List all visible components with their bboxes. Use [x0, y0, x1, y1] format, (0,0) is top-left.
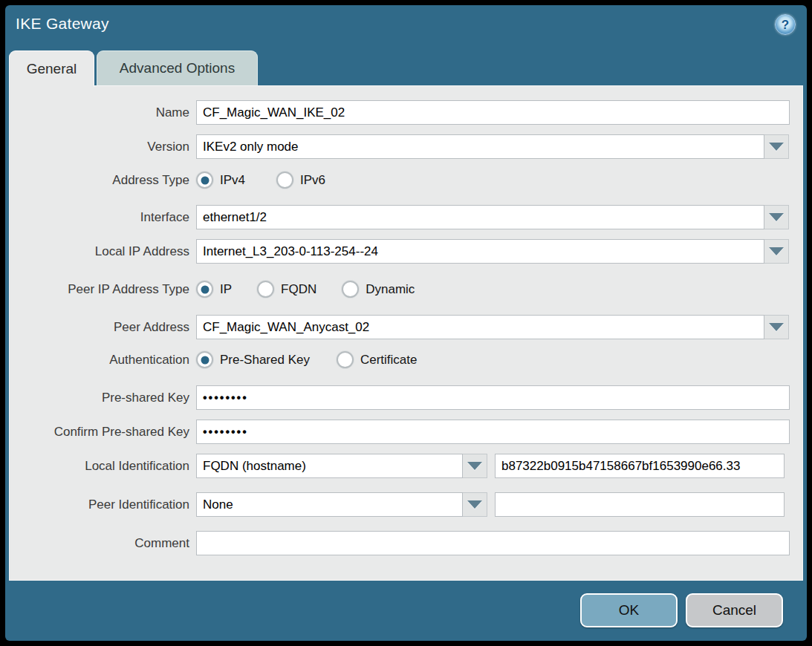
- address-type-label: Address Type: [10, 173, 189, 188]
- peer-ip-type-option-dynamic: Dynamic: [342, 281, 415, 298]
- cancel-button[interactable]: Cancel: [686, 593, 783, 627]
- row-authentication: Authentication Pre-Shared Key Certificat…: [10, 351, 802, 368]
- chevron-down-icon: [769, 247, 784, 255]
- peer-ip-address-type-label: Peer IP Address Type: [10, 282, 189, 297]
- general-tab-panel: Name Version Address Type IPv4 IPv6: [9, 85, 803, 581]
- address-type-option-ipv4: IPv4: [196, 172, 245, 189]
- name-input[interactable]: [196, 100, 790, 125]
- peer-dynamic-radio[interactable]: [342, 281, 359, 298]
- certificate-radio[interactable]: [337, 351, 354, 368]
- ike-gateway-dialog: IKE Gateway ? General Advanced Options N…: [5, 5, 807, 641]
- ipv6-radio[interactable]: [276, 172, 293, 189]
- peer-ip-type-option-ip: IP: [196, 281, 232, 298]
- pre-shared-key-radio[interactable]: [196, 351, 213, 368]
- chevron-down-icon: [467, 462, 482, 470]
- local-identification-value-input[interactable]: [495, 454, 785, 478]
- comment-input[interactable]: [196, 531, 790, 555]
- confirm-pre-shared-key-label: Confirm Pre-shared Key: [10, 425, 189, 440]
- peer-dynamic-radio-label: Dynamic: [366, 282, 415, 297]
- chevron-down-icon: [769, 213, 784, 221]
- dialog-title: IKE Gateway: [16, 15, 109, 33]
- peer-fqdn-radio-label: FQDN: [281, 282, 316, 297]
- version-dropdown-button[interactable]: [764, 134, 789, 159]
- peer-identification-dropdown-button[interactable]: [463, 492, 487, 517]
- confirm-pre-shared-key-input[interactable]: [196, 420, 790, 444]
- row-pre-shared-key: Pre-shared Key: [10, 385, 802, 410]
- row-peer-ip-address-type: Peer IP Address Type IP FQDN Dynamic: [10, 281, 802, 298]
- local-ip-address-label: Local IP Address: [10, 244, 189, 259]
- name-label: Name: [10, 105, 189, 120]
- tab-general[interactable]: General: [9, 50, 94, 87]
- dialog-titlebar: IKE Gateway ?: [5, 5, 807, 50]
- peer-identification-label: Peer Identification: [10, 497, 189, 512]
- ok-button[interactable]: OK: [580, 593, 678, 627]
- chevron-down-icon: [467, 500, 482, 509]
- comment-label: Comment: [10, 536, 189, 551]
- help-icon[interactable]: ?: [775, 14, 796, 35]
- row-comment: Comment: [10, 531, 802, 555]
- interface-dropdown-button[interactable]: [764, 205, 789, 229]
- local-identification-type-select[interactable]: [196, 454, 463, 478]
- peer-identification-value-input[interactable]: [495, 492, 785, 517]
- local-identification-dropdown-button[interactable]: [463, 454, 487, 478]
- chevron-down-icon: [769, 323, 784, 331]
- version-input[interactable]: [196, 134, 764, 159]
- peer-address-label: Peer Address: [10, 320, 189, 335]
- pre-shared-key-radio-label: Pre-Shared Key: [220, 353, 310, 368]
- ipv4-radio[interactable]: [196, 172, 213, 189]
- ipv6-radio-label: IPv6: [300, 173, 325, 188]
- certificate-radio-label: Certificate: [360, 353, 418, 368]
- local-ip-address-input[interactable]: [196, 239, 764, 264]
- tab-bar: General Advanced Options: [9, 50, 258, 85]
- peer-address-input[interactable]: [196, 315, 764, 339]
- auth-option-certificate: Certificate: [337, 351, 418, 368]
- screen: IKE Gateway ? General Advanced Options N…: [0, 0, 812, 646]
- peer-ip-radio[interactable]: [196, 281, 213, 298]
- peer-address-dropdown-button[interactable]: [764, 315, 789, 339]
- tab-advanced-options[interactable]: Advanced Options: [97, 50, 258, 85]
- peer-ip-radio-label: IP: [220, 282, 232, 297]
- peer-ip-type-option-fqdn: FQDN: [257, 281, 316, 298]
- interface-input[interactable]: [196, 205, 764, 229]
- row-name: Name: [10, 100, 802, 125]
- row-address-type: Address Type IPv4 IPv6: [10, 172, 802, 189]
- pre-shared-key-label: Pre-shared Key: [10, 391, 189, 405]
- row-peer-identification: Peer Identification: [10, 492, 802, 517]
- local-identification-label: Local Identification: [10, 459, 189, 474]
- pre-shared-key-input[interactable]: [196, 385, 790, 410]
- row-peer-address: Peer Address: [10, 315, 802, 339]
- interface-label: Interface: [10, 210, 189, 225]
- local-ip-address-dropdown-button[interactable]: [764, 239, 789, 264]
- auth-option-psk: Pre-Shared Key: [196, 351, 310, 368]
- row-confirm-pre-shared-key: Confirm Pre-shared Key: [10, 420, 802, 444]
- help-glyph: ?: [782, 19, 789, 31]
- address-type-option-ipv6: IPv6: [276, 172, 325, 189]
- row-local-ip-address: Local IP Address: [10, 239, 802, 264]
- row-interface: Interface: [10, 205, 802, 229]
- chevron-down-icon: [769, 143, 784, 151]
- version-label: Version: [10, 140, 189, 154]
- authentication-label: Authentication: [10, 353, 189, 368]
- row-local-identification: Local Identification: [10, 454, 802, 478]
- ipv4-radio-label: IPv4: [220, 173, 245, 188]
- row-version: Version: [10, 134, 802, 159]
- peer-fqdn-radio[interactable]: [257, 281, 274, 298]
- peer-identification-type-select[interactable]: [196, 492, 463, 517]
